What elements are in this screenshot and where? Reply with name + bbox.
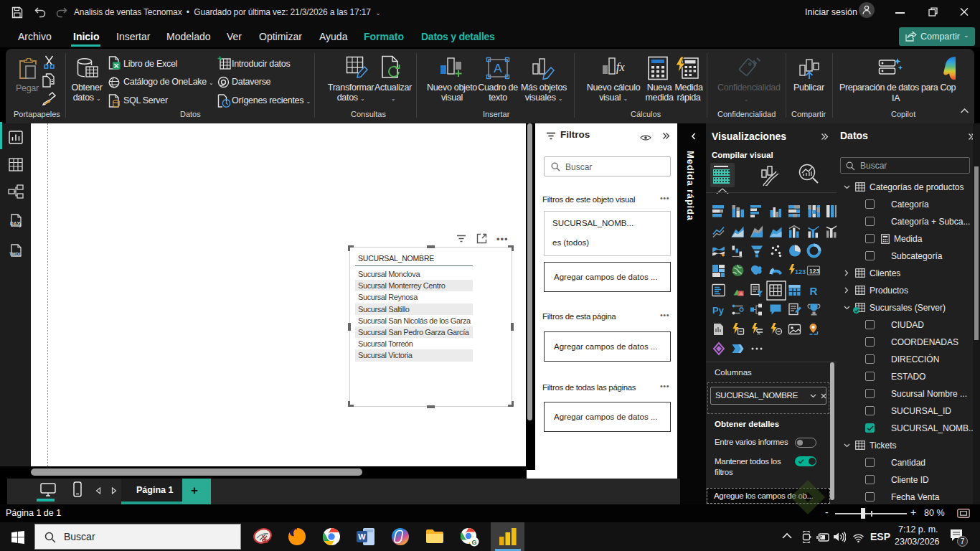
svg-text:fx: fx	[616, 61, 625, 74]
svg-text:W: W	[358, 532, 366, 541]
svg-text:A: A	[494, 62, 502, 75]
svg-text:R: R	[810, 285, 818, 297]
svg-text:Py: Py	[712, 305, 725, 316]
svg-text:123: 123	[809, 268, 819, 275]
svg-text:123: 123	[795, 268, 806, 276]
svg-text:A: A	[758, 331, 760, 336]
svg-text:DAX: DAX	[10, 221, 20, 226]
svg-text:G: G	[471, 539, 476, 546]
svg-text:TMDL: TMDL	[9, 252, 22, 256]
